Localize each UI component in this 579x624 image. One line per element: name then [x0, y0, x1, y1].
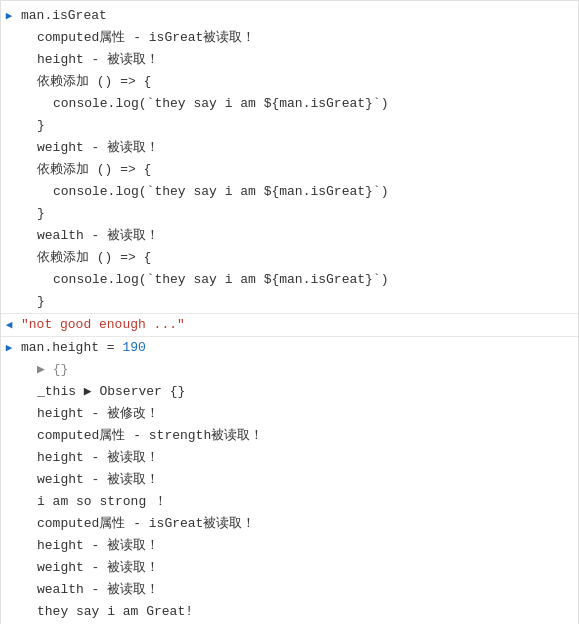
console-line: wealth - 被读取！: [1, 225, 578, 247]
line-content: console.log(`they say i am ${man.isGreat…: [17, 94, 578, 114]
console-line: _this ▶ Observer {}: [1, 381, 578, 403]
console-line: i am so strong ！: [1, 491, 578, 513]
line-gutter: ▶: [1, 6, 17, 26]
console-line: computed属性 - isGreat被读取！: [1, 27, 578, 49]
console-line: }: [1, 115, 578, 137]
line-content: weight - 被读取！: [17, 558, 578, 578]
console-line: console.log(`they say i am ${man.isGreat…: [1, 93, 578, 115]
console-line: ▶man.isGreat: [1, 5, 578, 27]
line-gutter: ◀: [1, 315, 17, 335]
console-line: 依赖添加 () => {: [1, 159, 578, 181]
line-content: }: [17, 204, 578, 224]
line-content: man.isGreat: [17, 6, 578, 26]
console-line: ▶ {}: [1, 359, 578, 381]
line-content: ▶ {}: [17, 360, 578, 380]
line-content: weight - 被读取！: [17, 470, 578, 490]
line-content: wealth - 被读取！: [17, 580, 578, 600]
line-content: console.log(`they say i am ${man.isGreat…: [17, 182, 578, 202]
console-line: height - 被读取！: [1, 447, 578, 469]
console-line: weight - 被读取！: [1, 137, 578, 159]
console-line: height - 被修改！: [1, 403, 578, 425]
console-line: 依赖添加 () => {: [1, 71, 578, 93]
line-content: height - 被读取！: [17, 536, 578, 556]
console-line: wealth - 被读取！: [1, 579, 578, 601]
console-line: 依赖添加 () => {: [1, 247, 578, 269]
console-line: }: [1, 203, 578, 225]
line-content: _this ▶ Observer {}: [17, 382, 578, 402]
console-line: height - 被读取！: [1, 49, 578, 71]
console-line: computed属性 - strength被读取！: [1, 425, 578, 447]
line-content: }: [17, 292, 578, 312]
console-line: ◀"not good enough ...": [1, 314, 578, 336]
line-content: computed属性 - isGreat被读取！: [17, 514, 578, 534]
line-content: computed属性 - strength被读取！: [17, 426, 578, 446]
line-content: "not good enough ...": [17, 315, 578, 335]
line-content: computed属性 - isGreat被读取！: [17, 28, 578, 48]
console-line: ▶man.height = 190: [1, 337, 578, 359]
line-content: wealth - 被读取！: [17, 226, 578, 246]
line-content: console.log(`they say i am ${man.isGreat…: [17, 270, 578, 290]
line-content: }: [17, 116, 578, 136]
console-output: ▶man.isGreatcomputed属性 - isGreat被读取！heig…: [0, 0, 579, 624]
line-content: i am so strong ！: [17, 492, 578, 512]
line-content: height - 被读取！: [17, 448, 578, 468]
line-content: 依赖添加 () => {: [17, 160, 578, 180]
console-line: console.log(`they say i am ${man.isGreat…: [1, 181, 578, 203]
line-content: man.height = 190: [17, 338, 578, 358]
console-line: weight - 被读取！: [1, 469, 578, 491]
line-content: 依赖添加 () => {: [17, 72, 578, 92]
console-line: they say i am Great!: [1, 601, 578, 623]
line-content: weight - 被读取！: [17, 138, 578, 158]
line-gutter: ▶: [1, 338, 17, 358]
line-content: 依赖添加 () => {: [17, 248, 578, 268]
console-line: weight - 被读取！: [1, 557, 578, 579]
line-content: they say i am Great!: [17, 602, 578, 622]
console-line: console.log(`they say i am ${man.isGreat…: [1, 269, 578, 291]
console-line: computed属性 - isGreat被读取！: [1, 513, 578, 535]
console-line: height - 被读取！: [1, 535, 578, 557]
line-content: height - 被修改！: [17, 404, 578, 424]
line-content: height - 被读取！: [17, 50, 578, 70]
console-line: }: [1, 291, 578, 313]
